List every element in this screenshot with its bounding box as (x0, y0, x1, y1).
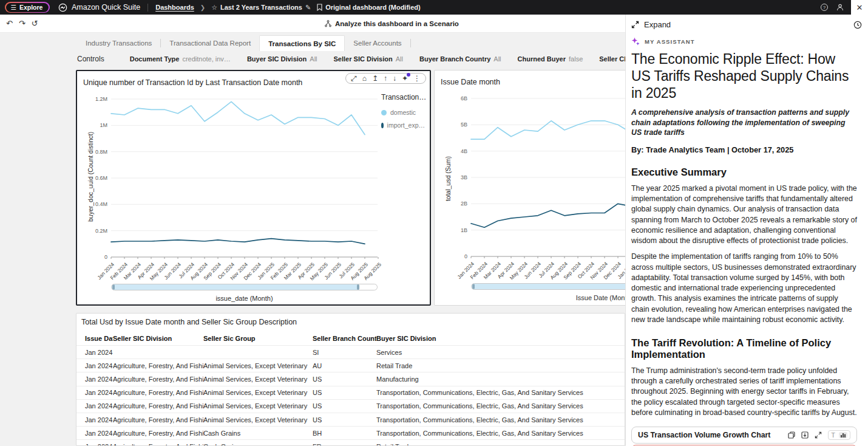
table-cell: US (313, 399, 376, 413)
bookmark-icon (317, 4, 322, 11)
table-card[interactable]: Total Usd by Issue Date month and Seller… (76, 313, 625, 446)
ai-insights-icon[interactable]: ✦ (402, 75, 408, 82)
menu-kebab-icon[interactable]: ⋮ (413, 75, 421, 82)
date-range-slider[interactable] (111, 284, 378, 290)
view-toggle[interactable]: T (828, 430, 850, 440)
table-row[interactable]: Jan 2024Agriculture, Forestry, And Fishi… (76, 440, 625, 446)
column-header-issue-date[interactable]: Issue Date (76, 332, 113, 346)
y-tick-label: 0.8M (83, 149, 107, 155)
y-tick-label: 0 (443, 253, 467, 259)
table-cell: Jan 2024 (76, 386, 113, 399)
legend-item-domestic[interactable]: domestic (381, 109, 425, 116)
user-icon[interactable] (836, 4, 844, 11)
export-icon[interactable]: ⌂ (362, 75, 367, 82)
redo-icon[interactable]: ↷ (19, 19, 25, 28)
undo-icon[interactable]: ↶ (6, 19, 13, 28)
expand-icon[interactable] (631, 21, 639, 29)
expand-chart-icon[interactable] (815, 431, 822, 439)
quick-suite-logo-icon (58, 3, 67, 12)
y-tick-label: 4B (443, 148, 467, 154)
filter-churned-buyer[interactable]: Churned Buyerfalse (518, 55, 583, 63)
table-cell: Animal Services, Except Veterinary (203, 359, 313, 372)
edit-pencil-icon[interactable]: ✎ (305, 4, 311, 12)
filter-label: Buyer SIC Division (247, 55, 307, 63)
table-row[interactable]: Jan 2024Agriculture, Forestry, And Fishi… (76, 399, 625, 413)
table-cell: Transportation, Communications, Electric… (376, 386, 625, 399)
table-row[interactable]: Jan 2024Agriculture, Forestry, And Fishi… (76, 359, 625, 372)
table-row[interactable]: Jan 2024Agriculture, Forestry, And Fishi… (76, 372, 625, 386)
table-cell: Cash Grains (203, 440, 313, 446)
table-row[interactable]: Jan 2024Agriculture, Forestry, And Fishi… (76, 427, 625, 440)
controls-title: Controls (77, 55, 104, 63)
table-cell: Animal Services, Except Veterinary (203, 372, 313, 386)
column-header-buyer-sic-division[interactable]: Buyer SIC Division (376, 332, 625, 346)
visual-toolbar: ⤢⌂↥↑↓✦⋮ (345, 73, 426, 84)
filter-value: All (310, 55, 317, 63)
tab-seller-accounts[interactable]: Seller Accounts (345, 35, 410, 51)
scroll-top-icon[interactable]: ↥ (372, 75, 378, 82)
arrow-up-icon[interactable]: ↑ (384, 75, 387, 82)
dashboard-title[interactable]: ☆ Last 2 Years Transactions ✎ (211, 4, 311, 12)
download-icon[interactable] (801, 431, 809, 439)
table-title: Total Usd by Issue Date month and Seller… (81, 318, 297, 326)
embedded-chart-title: US Transaction Volume Growth Chart (638, 431, 782, 439)
table-cell: FR (313, 440, 376, 446)
scenario-icon (325, 20, 331, 27)
column-header-seller-sic-division[interactable]: Seller SIC Division (113, 332, 203, 346)
article-paragraph: The Trump administration's second-term t… (631, 366, 857, 418)
dashboard-version[interactable]: Original dashboard (Modified) (317, 4, 420, 11)
tab-industry-transactions[interactable]: Industry Transactions (77, 35, 160, 51)
tab-transactions-by-sic[interactable]: Transactions By SIC (259, 35, 345, 51)
table-cell: Transportation, Communications, Electric… (376, 427, 625, 440)
y-tick-label: 0.4M (83, 201, 107, 207)
table-cell: Retail Trade (376, 440, 625, 446)
brand[interactable]: Amazon Quick Suite (58, 3, 140, 12)
filter-label: Document Type (130, 55, 180, 63)
close-panel-button[interactable]: ✕ (851, 0, 868, 15)
tab-transactional-data-report[interactable]: Transactional Data Report (161, 35, 259, 51)
filter-buyer-branch-country[interactable]: Buyer Branch CountryAll (419, 55, 501, 63)
table-cell: SI (313, 346, 376, 359)
divider (410, 39, 411, 47)
text-view-toggle[interactable]: T (831, 431, 835, 439)
explore-button-wrap: ☰ Explore (5, 2, 50, 13)
chart-title: Unique number of Transaction Id by Last … (83, 78, 302, 87)
arrow-down-icon[interactable]: ↓ (393, 75, 396, 82)
y-tick-label: 3B (443, 174, 467, 180)
legend-dot (381, 123, 384, 128)
embedded-chart-card[interactable]: US Transaction Volume Growth Chart T (631, 427, 857, 444)
table-row[interactable]: Jan 2024Agriculture, Forestry, And Fishi… (76, 386, 625, 399)
column-header-seller-branch-country[interactable]: Seller Branch Country (313, 332, 376, 346)
chart-card-transactions[interactable]: Unique number of Transaction Id by Last … (76, 70, 431, 306)
chart-view-toggle[interactable] (839, 432, 847, 438)
filter-buyer-sic-division[interactable]: Buyer SIC DivisionAll (247, 55, 317, 63)
table-row[interactable]: Jan 2024SIServices (76, 346, 625, 359)
column-header-seller-sic-group[interactable]: Seller Sic Group (203, 332, 313, 346)
table-cell: Transportation, Communications, Electric… (376, 399, 625, 413)
y-tick-label: 0 (83, 254, 107, 260)
history-clock-icon[interactable] (853, 21, 862, 29)
analyze-scenario-button[interactable]: Analyze this dashboard in a Scenario (325, 15, 459, 33)
expand-icon[interactable]: ⤢ (351, 75, 357, 82)
filter-document-type[interactable]: Document Typecreditnote, inv… (130, 55, 231, 63)
y-tick-label: 1.2M (83, 96, 107, 102)
table-row[interactable]: Jan 2024Agriculture, Forestry, And Fishi… (76, 413, 625, 426)
breadcrumb-dashboards[interactable]: Dashboards (155, 4, 194, 11)
help-icon[interactable]: ? (821, 4, 828, 11)
table-cell: BH (313, 427, 376, 440)
top-bar: ☰ Explore Amazon Quick Suite Dashboards … (0, 0, 868, 15)
article-title: The Economic Ripple Effect: How US Tarif… (631, 50, 857, 101)
table-header-row: Issue DateSeller SIC DivisionSeller Sic … (76, 332, 625, 346)
chart-card-total-usd[interactable]: Issue Date month total_usd (Sum) Issue D… (434, 70, 625, 306)
star-icon[interactable]: ☆ (211, 4, 217, 12)
table-cell: Animal Services, Except Veterinary (203, 413, 313, 426)
expand-label[interactable]: Expand (644, 20, 671, 29)
filter-label: Buyer Branch Country (419, 55, 490, 63)
copy-icon[interactable] (788, 431, 795, 439)
legend-item-import-exp-[interactable]: import_exp… (381, 122, 425, 129)
controls-bar: Controls Document Typecreditnote, inv…Bu… (77, 51, 625, 67)
filter-seller-churned[interactable]: Seller ChurnedAll (599, 55, 625, 63)
explore-button[interactable]: ☰ Explore (6, 3, 49, 12)
reset-icon[interactable]: ↺ (32, 19, 38, 28)
filter-seller-sic-division[interactable]: Seller SIC DivisionAll (334, 55, 403, 63)
